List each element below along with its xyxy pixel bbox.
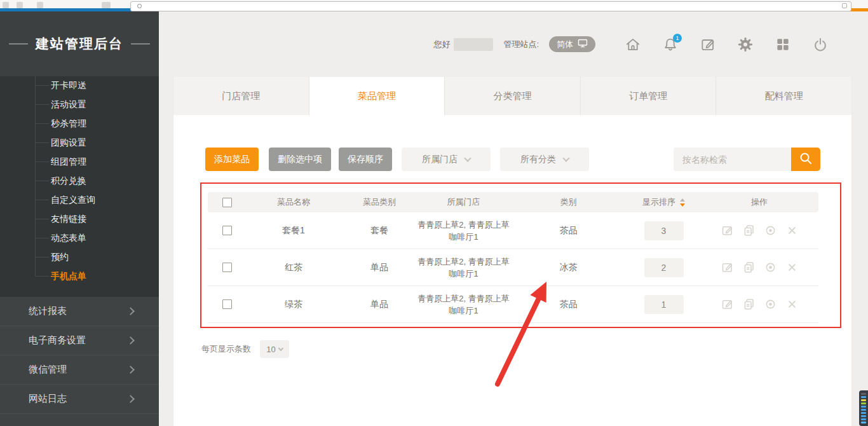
view-row-icon[interactable] [764,224,777,237]
dish-type: 单品 [341,299,417,310]
dish-stores: 青青原上草2, 青青原上草咖啡厅1 [417,256,510,280]
select-all-checkbox[interactable] [222,198,232,207]
dish-category: 冰茶 [510,262,627,273]
group-label: 电子商务设置 [29,334,86,347]
sidebar-item-yuyue[interactable]: 预约 [0,247,159,266]
browser-back-button[interactable] [3,2,9,8]
page-size-label: 每页显示条数 [201,343,251,355]
app-title: 建站管理后台 [36,35,123,53]
language-pill[interactable]: 简体 [549,36,595,52]
sidebar-group-weixinguanli[interactable]: 微信管理 [0,355,159,385]
row-checkbox[interactable] [222,263,232,272]
sidebar-item-huodongshezhi[interactable]: 活动设置 [0,95,159,114]
view-row-icon[interactable] [764,298,777,311]
minimap-stripe [861,412,866,414]
sort-order-input[interactable]: 3 [644,221,684,240]
group-label: 网站日志 [29,393,67,405]
sidebar-item-shoujidiandan[interactable]: 手机点单 [0,266,159,285]
tab-category-management[interactable]: 分类管理 [445,77,581,115]
search-button[interactable] [791,148,820,171]
store-filter-dropdown[interactable]: 所属门店 [402,148,491,171]
header-icon-cluster: 1 [625,36,829,53]
page-size-value: 10 [266,345,275,354]
bell-icon[interactable]: 1 [662,36,679,53]
dish-type: 单品 [341,262,417,273]
minimap-stripe [861,418,866,420]
delete-row-icon[interactable] [785,261,799,274]
scrollbar-minimap[interactable] [859,390,868,426]
sidebar-item-tuangoushezhi[interactable]: 团购设置 [0,133,159,152]
save-order-button[interactable]: 保存顺序 [339,148,392,171]
edit-row-icon[interactable] [721,224,734,237]
sidebar-item-jifenduihuan[interactable]: 积分兑换 [0,171,159,190]
sidebar-item-zidingyichaxun[interactable]: 自定义查询 [0,190,159,209]
sort-arrows-icon [680,198,685,207]
tab-dish-management[interactable]: 菜品管理 [309,77,445,115]
site-favicon [137,4,142,8]
delete-selected-button[interactable]: 删除选中项 [269,148,331,171]
tab-order-management[interactable]: 订单管理 [581,77,717,115]
view-row-icon[interactable] [764,261,777,274]
sort-order-input[interactable]: 2 [644,258,684,277]
sort-asc-icon[interactable] [680,198,685,202]
edit-icon[interactable] [700,36,716,53]
bookmark-icon[interactable] [842,3,847,8]
copy-row-icon[interactable] [742,224,756,237]
sidebar-group-wangzhanrizhi[interactable]: 网站日志 [0,385,159,414]
grid-icon[interactable] [775,36,791,53]
store-filter-label: 所属门店 [422,154,458,165]
dish-name: 套餐1 [246,225,341,237]
home-icon[interactable] [625,36,641,53]
sidebar-item-zutuanguanli[interactable]: 组团管理 [0,152,159,171]
sort-order-column-control[interactable]: 显示排序 [642,196,685,208]
sidebar-submenu: 开卡即送 活动设置 秒杀管理 团购设置 组团管理 积分兑换 自定义查询 友情链接… [0,76,159,297]
row-checkbox[interactable] [222,226,232,235]
sidebar-item-miaoshaguanli[interactable]: 秒杀管理 [0,114,159,133]
col-actions: 操作 [700,196,818,208]
table-header-row: 菜品名称 菜品类别 所属门店 类别 显示排序 [208,192,818,212]
sidebar-item-dongtaibiaodan[interactable]: 动态表单 [0,228,159,247]
sidebar-group-dianzishangwu[interactable]: 电子商务设置 [0,326,159,355]
browser-bar [0,0,868,8]
col-store: 所属门店 [417,196,510,208]
gear-icon[interactable] [737,36,754,53]
chevron-right-icon [126,336,135,345]
browser-reload-button[interactable] [37,2,43,8]
browser-tab-stub[interactable] [102,2,111,8]
add-dish-button[interactable]: 添加菜品 [205,148,259,171]
copy-row-icon[interactable] [742,298,756,311]
sidebar-item-youqinglianjie[interactable]: 友情链接 [0,209,159,228]
delete-row-icon[interactable] [785,224,799,237]
minimap-stripe [861,393,866,395]
row-checkbox[interactable] [222,299,232,309]
dish-category: 茶品 [510,225,627,237]
sort-order-input[interactable]: 1 [644,295,684,314]
power-icon[interactable] [812,36,829,53]
minimap-stripe [861,415,866,417]
tab-ingredient-management[interactable]: 配料管理 [716,77,851,115]
search-input[interactable] [674,148,791,171]
sidebar-item-kaikajisong[interactable]: 开卡即送 [0,76,159,95]
group-label: 统计报表 [29,305,67,317]
minimap-stripe [861,399,866,401]
delete-row-icon[interactable] [785,298,799,311]
group-label: 微信管理 [29,364,67,376]
category-filter-label: 所有分类 [520,154,556,165]
edit-row-icon[interactable] [721,261,734,274]
content-card: 门店管理 菜品管理 分类管理 订单管理 配料管理 添加菜品 删除选中项 保存顺序… [173,77,851,426]
sort-desc-icon[interactable] [680,203,685,207]
edit-row-icon[interactable] [721,298,734,311]
greeting-label: 您好 [433,39,450,50]
chevron-right-icon [126,395,135,403]
browser-forward-button[interactable] [17,2,23,8]
address-bar[interactable] [130,1,851,11]
copy-row-icon[interactable] [742,261,756,274]
page-size-select[interactable]: 10 [260,340,289,358]
tab-store-management[interactable]: 门店管理 [173,77,309,115]
search-icon [798,151,813,168]
category-filter-dropdown[interactable]: 所有分类 [500,148,589,171]
sidebar-group-tongjibaobiao[interactable]: 统计报表 [0,297,159,326]
table-row: 套餐1 套餐 青青原上草2, 青青原上草咖啡厅1 茶品 3 [208,212,818,249]
dish-stores: 青青原上草2, 青青原上草咖啡厅1 [417,292,510,317]
main-area: 您好 管理站点: 简体 [159,11,868,426]
